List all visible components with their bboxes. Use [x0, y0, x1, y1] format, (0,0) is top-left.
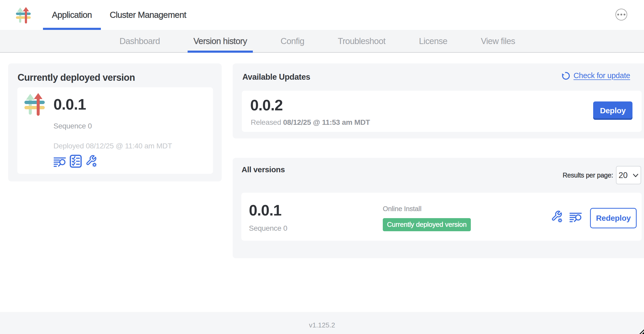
- tab-application[interactable]: Application: [43, 0, 101, 30]
- row-status-info: Online Install Currently deployed versio…: [383, 205, 471, 231]
- redeploy-button[interactable]: Redeploy: [590, 208, 637, 228]
- row-version-info: 0.0.1: [249, 203, 281, 218]
- row-version-number: 0.0.1: [249, 203, 281, 218]
- footer: v1.125.2: [0, 312, 644, 334]
- app-subnav: Dashboard Version history Config Trouble…: [0, 30, 644, 53]
- row-actions: Redeploy: [551, 193, 637, 241]
- tab-cluster-management[interactable]: Cluster Management: [101, 0, 195, 30]
- console-version: v1.125.2: [309, 321, 335, 329]
- subnav-view-files[interactable]: View files: [478, 30, 518, 52]
- check-for-update-link[interactable]: Check for update: [561, 71, 630, 80]
- subnav-license[interactable]: License: [416, 30, 450, 52]
- subnav-config[interactable]: Config: [277, 30, 308, 52]
- subnav-version-history[interactable]: Version history: [190, 30, 250, 52]
- results-per-page: Results per page: 20: [563, 166, 641, 184]
- deployed-version-info: 0.0.1: [53, 97, 86, 112]
- release-notes-icon[interactable]: [569, 213, 582, 223]
- currently-deployed-badge: Currently deployed version: [383, 218, 471, 231]
- row-sequence: Sequence 0: [249, 224, 287, 233]
- row-install-type: Online Install: [383, 205, 471, 213]
- subnav-troubleshoot[interactable]: Troubleshoot: [335, 30, 389, 52]
- ellipsis-icon: [620, 14, 622, 15]
- subnav-dashboard[interactable]: Dashboard: [116, 30, 163, 52]
- results-per-page-label: Results per page:: [563, 171, 613, 179]
- edit-config-icon[interactable]: [551, 210, 563, 223]
- ellipsis-icon: [617, 14, 619, 15]
- results-per-page-select-wrap: 20: [616, 166, 641, 184]
- more-menu-button[interactable]: [615, 9, 627, 20]
- edit-config-icon[interactable]: [85, 155, 97, 168]
- all-versions-card: All versions Results per page: 20 0.0.1 …: [233, 158, 644, 258]
- preflight-checks-icon[interactable]: [70, 155, 82, 168]
- cursor-icon: [638, 329, 644, 334]
- update-released-timestamp: Released 08/12/25 @ 11:53 am MDT: [251, 118, 370, 127]
- deployed-timestamp: Deployed 08/12/25 @ 11:40 am MDT: [53, 142, 172, 150]
- check-for-update-label: Check for update: [574, 71, 630, 80]
- update-version-number: 0.0.2: [250, 98, 283, 113]
- deployed-version-panel: 0.0.1 Sequence 0 Deployed 08/12/25 @ 11:…: [17, 87, 213, 174]
- release-notes-icon[interactable]: [53, 157, 66, 168]
- update-version-panel: 0.0.2 Released 08/12/25 @ 11:53 am MDT D…: [242, 91, 642, 132]
- kots-admin-console: Application Cluster Management Dashboard…: [0, 0, 644, 334]
- version-row: 0.0.1 Sequence 0 Online Install Currentl…: [241, 193, 642, 241]
- all-versions-title: All versions: [242, 165, 285, 174]
- currently-deployed-title: Currently deployed version: [18, 72, 135, 83]
- deployed-sequence: Sequence 0: [53, 122, 92, 130]
- ellipsis-icon: [624, 14, 625, 15]
- top-tabs: Application Cluster Management: [43, 0, 195, 30]
- app-version-icon: [23, 93, 46, 116]
- deployed-version-actions: [53, 155, 97, 168]
- results-per-page-select[interactable]: 20: [616, 166, 641, 184]
- refresh-icon: [561, 71, 570, 80]
- deployed-version-number: 0.0.1: [53, 97, 86, 112]
- available-updates-title: Available Updates: [242, 72, 310, 82]
- top-header: Application Cluster Management: [0, 0, 644, 30]
- deploy-button[interactable]: Deploy: [593, 101, 632, 120]
- available-updates-card: Available Updates Check for update 0.0.2…: [233, 63, 644, 138]
- app-logo-icon: [15, 7, 32, 24]
- currently-deployed-card: Currently deployed version 0.0.1 Sequenc…: [8, 63, 222, 181]
